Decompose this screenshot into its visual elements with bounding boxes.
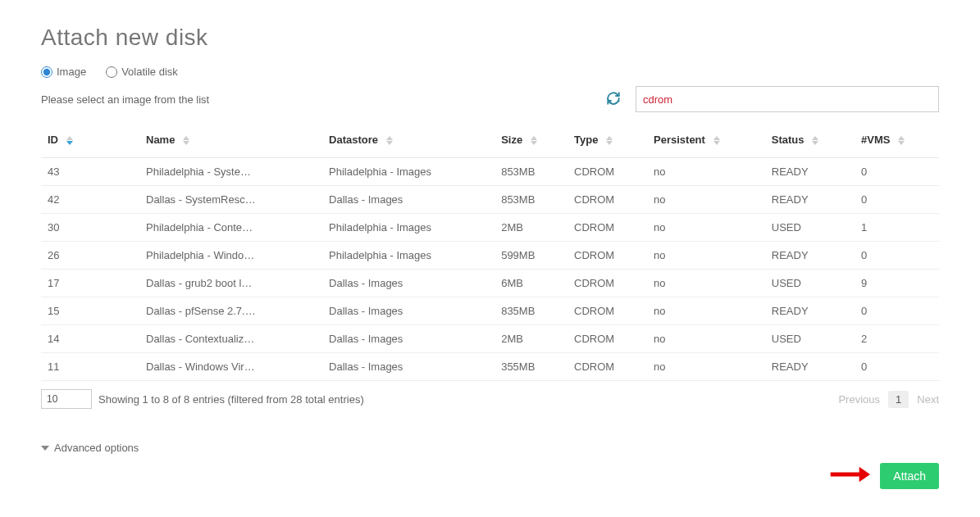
dialog-title: Attach new disk	[41, 25, 939, 51]
cell-name: Dallas - SystemResc…	[139, 186, 322, 214]
cell-id: 42	[41, 186, 139, 214]
cell-size: 835MB	[495, 297, 567, 325]
col-header-status[interactable]: Status	[765, 124, 855, 158]
cell-id: 26	[41, 242, 139, 270]
cell-id: 15	[41, 297, 139, 325]
cell-vms: 0	[855, 353, 939, 381]
cell-size: 2MB	[495, 214, 567, 242]
cell-vms: 0	[855, 186, 939, 214]
cell-persistent: no	[647, 158, 765, 186]
cell-status: READY	[765, 353, 855, 381]
cell-size: 599MB	[495, 242, 567, 270]
radio-volatile[interactable]: Volatile disk	[106, 66, 178, 78]
cell-type: CDROM	[567, 214, 647, 242]
table-row[interactable]: 26Philadelphia - Windo…Philadelphia - Im…	[41, 242, 939, 270]
arrow-annotation	[829, 462, 870, 489]
cell-name: Philadelphia - Syste…	[139, 158, 322, 186]
radio-image[interactable]: Image	[41, 66, 86, 78]
cell-id: 17	[41, 270, 139, 297]
advanced-options-label: Advanced options	[54, 442, 139, 454]
cell-datastore: Dallas - Images	[322, 353, 495, 381]
images-table: ID Name Datastore Size Type Persistent	[41, 124, 939, 381]
cell-datastore: Dallas - Images	[322, 297, 495, 325]
cell-persistent: no	[647, 270, 765, 297]
sort-icon	[531, 136, 537, 145]
radio-volatile-input[interactable]	[106, 66, 117, 78]
cell-status: USED	[765, 214, 855, 242]
cell-type: CDROM	[567, 242, 647, 270]
col-header-type[interactable]: Type	[567, 124, 647, 158]
cell-vms: 1	[855, 214, 939, 242]
cell-type: CDROM	[567, 186, 647, 214]
table-row[interactable]: 30Philadelphia - Conte…Philadelphia - Im…	[41, 214, 939, 242]
cell-id: 30	[41, 214, 139, 242]
search-input[interactable]	[636, 86, 939, 112]
sort-icon	[606, 136, 613, 145]
attach-button[interactable]: Attach	[880, 463, 939, 489]
page-length-input[interactable]	[41, 389, 92, 409]
cell-type: CDROM	[567, 353, 647, 381]
cell-type: CDROM	[567, 325, 647, 353]
sort-icon	[898, 136, 905, 145]
chevron-down-icon	[41, 446, 49, 451]
pager-current[interactable]: 1	[888, 391, 909, 408]
cell-persistent: no	[647, 297, 765, 325]
disk-type-radios: Image Volatile disk	[41, 66, 939, 78]
cell-datastore: Philadelphia - Images	[322, 242, 495, 270]
cell-persistent: no	[647, 325, 765, 353]
cell-status: READY	[765, 186, 855, 214]
sort-icon	[713, 136, 720, 145]
cell-status: READY	[765, 297, 855, 325]
col-header-size[interactable]: Size	[495, 124, 567, 158]
table-row[interactable]: 15Dallas - pfSense 2.7.…Dallas - Images8…	[41, 297, 939, 325]
sort-icon	[183, 136, 189, 145]
cell-status: USED	[765, 270, 855, 297]
cell-name: Philadelphia - Windo…	[139, 242, 322, 270]
select-prompt: Please select an image from the list	[41, 93, 209, 106]
table-row[interactable]: 11Dallas - Windows Vir…Dallas - Images35…	[41, 353, 939, 381]
sort-icon	[812, 136, 818, 145]
cell-id: 43	[41, 158, 139, 186]
cell-status: READY	[765, 242, 855, 270]
footer-info: Showing 1 to 8 of 8 entries (filtered fr…	[98, 393, 364, 406]
pager-prev[interactable]: Previous	[838, 393, 880, 406]
svg-marker-1	[859, 467, 870, 482]
cell-vms: 0	[855, 242, 939, 270]
cell-size: 853MB	[495, 158, 567, 186]
col-header-vms[interactable]: #VMS	[855, 124, 939, 158]
col-header-name[interactable]: Name	[139, 124, 322, 158]
pager-next[interactable]: Next	[917, 393, 939, 406]
col-header-persistent[interactable]: Persistent	[647, 124, 765, 158]
cell-persistent: no	[647, 186, 765, 214]
cell-vms: 9	[855, 270, 939, 297]
radio-image-input[interactable]	[41, 66, 52, 78]
cell-datastore: Dallas - Images	[322, 270, 495, 297]
cell-status: READY	[765, 158, 855, 186]
col-header-id[interactable]: ID	[41, 124, 139, 158]
cell-name: Dallas - grub2 boot l…	[139, 270, 322, 297]
table-row[interactable]: 14Dallas - Contextualiz…Dallas - Images2…	[41, 325, 939, 353]
cell-type: CDROM	[567, 297, 647, 325]
table-row[interactable]: 17Dallas - grub2 boot l…Dallas - Images6…	[41, 270, 939, 297]
sort-icon	[66, 136, 73, 145]
cell-name: Philadelphia - Conte…	[139, 214, 322, 242]
pager: Previous 1 Next	[838, 391, 939, 408]
refresh-icon[interactable]	[606, 91, 621, 108]
cell-size: 355MB	[495, 353, 567, 381]
cell-vms: 0	[855, 158, 939, 186]
radio-image-label: Image	[57, 66, 86, 78]
table-row[interactable]: 42Dallas - SystemResc…Dallas - Images853…	[41, 186, 939, 214]
col-header-datastore[interactable]: Datastore	[322, 124, 495, 158]
table-row[interactable]: 43Philadelphia - Syste…Philadelphia - Im…	[41, 158, 939, 186]
cell-datastore: Philadelphia - Images	[322, 158, 495, 186]
cell-id: 11	[41, 353, 139, 381]
advanced-options-toggle[interactable]: Advanced options	[41, 442, 939, 454]
cell-size: 6MB	[495, 270, 567, 297]
cell-persistent: no	[647, 214, 765, 242]
cell-size: 853MB	[495, 186, 567, 214]
cell-size: 2MB	[495, 325, 567, 353]
cell-type: CDROM	[567, 158, 647, 186]
cell-status: USED	[765, 325, 855, 353]
cell-name: Dallas - Contextualiz…	[139, 325, 322, 353]
sort-icon	[386, 136, 393, 145]
